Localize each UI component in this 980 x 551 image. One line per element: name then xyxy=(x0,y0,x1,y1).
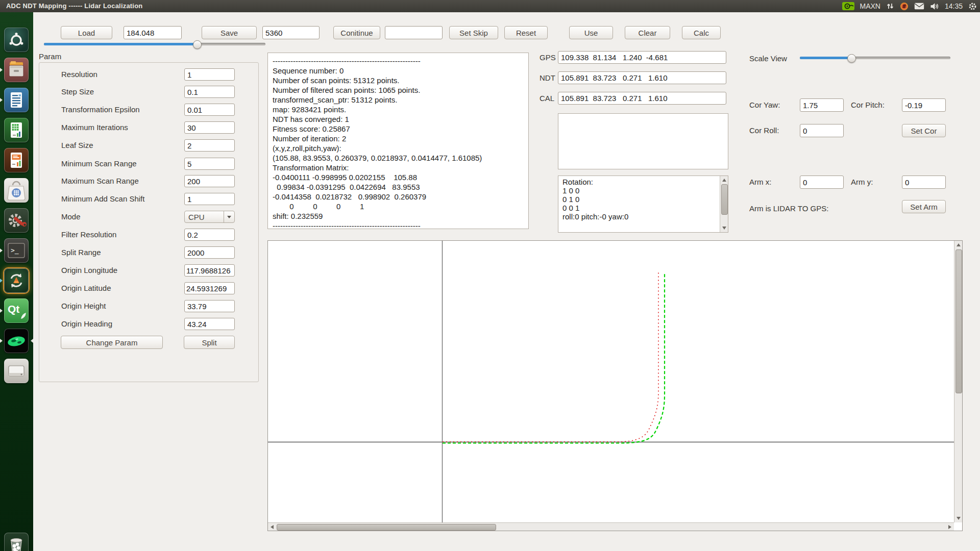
load-button[interactable]: Load xyxy=(61,26,112,39)
param-input-minimum-add-scan-shift[interactable] xyxy=(184,193,235,205)
param-input-maximum-iterations[interactable] xyxy=(184,121,235,134)
launcher-item-dash-home[interactable] xyxy=(4,28,29,52)
package-update-icon[interactable]: # xyxy=(900,2,909,11)
system-top-bar: ADC NDT Mapping ------ Lidar Localizatio… xyxy=(0,0,980,12)
param-input-resolution[interactable] xyxy=(184,68,235,81)
gpu-mode-label[interactable]: MAXN xyxy=(860,2,880,10)
cal-label: CAL xyxy=(540,94,554,103)
cor-roll-input[interactable] xyxy=(800,124,844,137)
clock-label[interactable]: 14:35 xyxy=(945,2,963,10)
set-skip-button[interactable]: Set Skip xyxy=(449,26,498,39)
svg-text:#: # xyxy=(902,4,906,9)
volume-icon[interactable] xyxy=(930,3,939,10)
session-gear-icon[interactable] xyxy=(968,2,977,11)
launcher-item-qt-creator[interactable]: Qt xyxy=(4,298,29,323)
file-cabinet-icon xyxy=(4,58,29,82)
mode-dropdown[interactable]: CPU xyxy=(184,211,235,223)
save-value-input[interactable] xyxy=(262,26,320,39)
arm-x-input[interactable] xyxy=(800,176,844,189)
arm-note-label: Arm is LIDAR TO GPS: xyxy=(749,204,828,213)
mail-icon[interactable] xyxy=(914,3,924,10)
param-input-leaf-size[interactable] xyxy=(184,139,235,152)
cor-yaw-input[interactable] xyxy=(800,98,844,112)
rotation-text: Rotation: 1 0 0 0 1 0 0 0 1 roll:0 pitch… xyxy=(562,178,628,221)
scale-view-label: Scale View xyxy=(749,54,787,63)
updown-arrows-icon[interactable] xyxy=(886,2,894,10)
cal-pose-input[interactable] xyxy=(558,92,726,105)
scroll-right-icon[interactable] xyxy=(948,525,951,529)
unity-launcher: >_ Qt xyxy=(0,12,33,551)
param-input-maximum-scan-range[interactable] xyxy=(184,175,235,187)
launcher-item-trash[interactable] xyxy=(4,533,29,551)
scroll-down-icon[interactable] xyxy=(722,227,726,230)
software-center-bag-icon xyxy=(4,178,29,203)
param-label-origin-heading: Origin Heading xyxy=(61,319,112,328)
param-input-origin-longitude[interactable] xyxy=(184,264,235,277)
pointcloud-icon xyxy=(4,329,29,353)
running-indicator xyxy=(0,98,3,102)
set-cor-button[interactable]: Set Cor xyxy=(902,124,946,137)
use-button[interactable]: Use xyxy=(569,26,613,39)
continue-button[interactable]: Conitinue xyxy=(333,26,380,39)
launcher-item-hard-drive[interactable] xyxy=(4,359,29,383)
param-input-origin-height[interactable] xyxy=(184,300,235,312)
param-input-origin-latitude[interactable] xyxy=(184,282,235,294)
reset-button[interactable]: Reset xyxy=(504,26,548,39)
calc-button[interactable]: Calc xyxy=(682,26,721,39)
param-input-filter-resolution[interactable] xyxy=(184,229,235,241)
plot-vertical-scrollbar[interactable] xyxy=(954,241,962,522)
param-label-step-size: Step Size xyxy=(61,87,94,96)
scroll-up-icon[interactable] xyxy=(957,243,961,246)
updater-arrows-icon xyxy=(4,268,29,293)
scroll-left-icon[interactable] xyxy=(271,525,274,529)
change-param-button[interactable]: Change Param xyxy=(61,336,163,349)
cor-roll-label: Cor Roll: xyxy=(749,126,779,135)
rotation-scrollbar-thumb[interactable] xyxy=(721,184,728,215)
set-arm-button[interactable]: Set Arm xyxy=(902,200,946,213)
launcher-item-libreoffice-writer[interactable] xyxy=(4,88,29,112)
arm-y-input[interactable] xyxy=(902,176,946,189)
nvidia-icon[interactable] xyxy=(842,2,854,10)
param-input-minimum-scan-range[interactable] xyxy=(184,158,235,170)
cor-yaw-label: Cor Yaw: xyxy=(749,101,780,109)
launcher-item-terminal[interactable]: >_ xyxy=(4,238,29,263)
param-input-split-range[interactable] xyxy=(184,246,235,259)
launcher-item-libreoffice-impress[interactable] xyxy=(4,148,29,172)
clear-button[interactable]: Clear xyxy=(625,26,670,39)
launcher-item-software-center[interactable] xyxy=(4,178,29,203)
cor-pitch-input[interactable] xyxy=(902,98,946,112)
launcher-item-software-updater[interactable] xyxy=(4,268,29,293)
load-value-input[interactable] xyxy=(124,26,182,39)
scroll-down-icon[interactable] xyxy=(957,517,961,520)
skip-value-input[interactable] xyxy=(385,26,443,39)
launcher-item-system-settings[interactable] xyxy=(4,208,29,233)
launcher-item-libreoffice-calc[interactable] xyxy=(4,118,29,142)
arm-x-label: Arm x: xyxy=(749,178,771,186)
rotation-scrollbar[interactable] xyxy=(720,176,728,232)
param-input-step-size[interactable] xyxy=(184,86,235,98)
param-label-minimum-scan-range: Minimum Scan Range xyxy=(61,159,137,168)
split-button[interactable]: Split xyxy=(184,336,235,349)
param-label-minimum-add-scan-shift: Minimum Add Scan Shift xyxy=(61,194,144,203)
gps-pose-input[interactable] xyxy=(558,51,726,64)
focused-indicator xyxy=(0,339,3,343)
launcher-item-file-cabinet[interactable] xyxy=(4,58,29,82)
scroll-up-icon[interactable] xyxy=(722,179,726,182)
plot-hscrollbar-thumb[interactable] xyxy=(277,524,496,531)
param-input-origin-heading[interactable] xyxy=(184,318,235,330)
plot-horizontal-scrollbar[interactable] xyxy=(268,522,954,531)
save-button[interactable]: Save xyxy=(202,26,257,39)
playback-slider-handle[interactable] xyxy=(193,40,202,49)
launcher-item-pointcloud-viewer[interactable] xyxy=(4,329,29,353)
plot-vscrollbar-thumb[interactable] xyxy=(955,249,962,393)
focused-indicator xyxy=(31,339,33,343)
scale-view-slider-handle[interactable] xyxy=(847,54,856,63)
calc-spreadsheet-icon xyxy=(4,118,29,142)
running-indicator xyxy=(0,279,3,283)
param-input-transformation-epsilon[interactable] xyxy=(184,104,235,116)
trajectory-plot-viewport[interactable] xyxy=(267,240,963,531)
arm-y-label: Arm y: xyxy=(851,178,873,186)
writer-document-icon xyxy=(4,88,29,112)
ndt-pose-input[interactable] xyxy=(558,71,726,84)
param-label-maximum-scan-range: Maximum Scan Range xyxy=(61,177,139,185)
